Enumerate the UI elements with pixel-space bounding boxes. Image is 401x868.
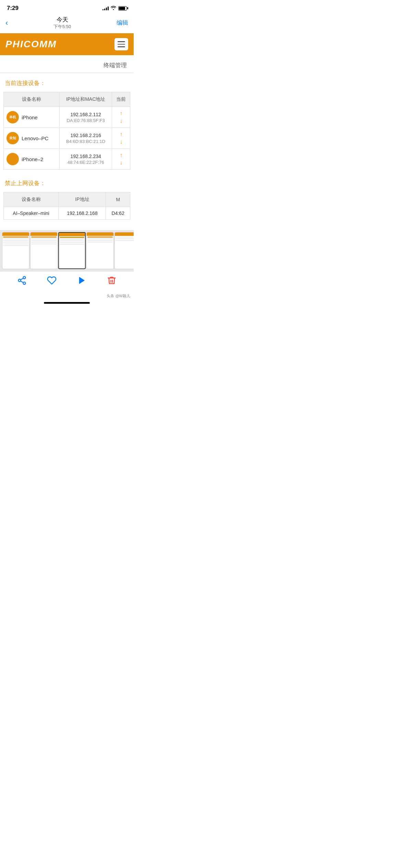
traffic-cell: ↑ ↓ bbox=[112, 107, 130, 128]
section-title-row: 终端管理 bbox=[0, 55, 134, 73]
connected-section: 当前连接设备： 设备名称 IP地址和MAC地址 当前 本机 bbox=[0, 73, 134, 173]
wifi-icon bbox=[111, 5, 116, 11]
connected-label: 当前连接设备： bbox=[3, 79, 130, 87]
col-header-ip-mac: IP地址和MAC地址 bbox=[59, 92, 112, 107]
table-row: AI–Speaker–mini 192.168.2.168 D4:62 bbox=[4, 207, 130, 220]
delete-button[interactable] bbox=[107, 276, 117, 285]
app-header: PHICOMM bbox=[0, 33, 134, 55]
col-header-name: 设备名称 bbox=[4, 92, 60, 107]
ip-mac-cell: 192.168.2.216 B4:6D:83:BC:21:1D bbox=[59, 128, 112, 149]
table-row: 本机 iPhone 192.168.2.112 DA:E0:76:88:5F:F… bbox=[4, 107, 130, 128]
app-logo: PHICOMM bbox=[5, 39, 57, 50]
status-bar: 7:29 bbox=[0, 0, 134, 14]
section-title: 终端管理 bbox=[104, 62, 127, 69]
connected-table: 设备名称 IP地址和MAC地址 当前 本机 iPhone bbox=[3, 92, 130, 170]
col-header-traffic: 当前 bbox=[112, 92, 130, 107]
watermark: 头条 @W颖儿 bbox=[0, 292, 134, 299]
play-button[interactable] bbox=[77, 276, 87, 285]
blocked-device-mac: D4:62 bbox=[106, 207, 130, 220]
device-badge-apple bbox=[7, 153, 19, 165]
thumbnail-strip bbox=[0, 230, 134, 271]
traffic-cell: ↑ ↓ bbox=[112, 128, 130, 149]
svg-marker-0 bbox=[79, 277, 85, 284]
thumbnail-3-active[interactable] bbox=[58, 232, 86, 269]
blocked-table: 设备名称 IP地址 M AI–Speaker–mini 192.168.2.16… bbox=[3, 192, 130, 220]
blocked-section: 禁止上网设备： 设备名称 IP地址 M AI–Speaker–mini 192.… bbox=[0, 173, 134, 223]
nav-bar: ‹ 今天 下午5:50 编辑 bbox=[0, 14, 134, 33]
home-indicator bbox=[0, 299, 134, 305]
col-header-blocked-mac: M bbox=[106, 192, 130, 207]
device-name-cell: 本机 iPhone bbox=[4, 107, 60, 128]
traffic-cell: ↑ ↓ bbox=[112, 149, 130, 170]
blocked-label: 禁止上网设备： bbox=[3, 179, 130, 187]
device-badge: 未知 bbox=[7, 132, 19, 144]
content: 终端管理 当前连接设备： 设备名称 IP地址和MAC地址 当前 本机 bbox=[0, 55, 134, 230]
signal-icon bbox=[102, 6, 109, 10]
blocked-device-name: AI–Speaker–mini bbox=[4, 207, 59, 220]
thumbnail-1[interactable] bbox=[2, 232, 29, 269]
thumbnail-4[interactable] bbox=[86, 232, 114, 269]
nav-center: 今天 下午5:50 bbox=[53, 16, 71, 30]
device-badge: 本机 bbox=[7, 111, 19, 123]
bottom-toolbar bbox=[0, 271, 134, 292]
home-bar bbox=[44, 302, 90, 304]
battery-icon bbox=[118, 6, 127, 11]
thumbnail-5[interactable] bbox=[114, 232, 134, 269]
menu-button[interactable] bbox=[114, 38, 128, 50]
table-row: 未知 Lenovo–PC 192.168.2.216 B4:6D:83:BC:2… bbox=[4, 128, 130, 149]
status-icons bbox=[102, 5, 127, 11]
blocked-device-ip: 192.168.2.168 bbox=[59, 207, 106, 220]
table-row: iPhone–2 192.168.2.234 48:74:6E:22:2F:76… bbox=[4, 149, 130, 170]
nav-subtitle: 下午5:50 bbox=[53, 24, 71, 30]
ip-mac-cell: 192.168.2.112 DA:E0:76:88:5F:F3 bbox=[59, 107, 112, 128]
device-name-cell: iPhone–2 bbox=[4, 149, 60, 170]
ip-mac-cell: 192.168.2.234 48:74:6E:22:2F:76 bbox=[59, 149, 112, 170]
col-header-blocked-ip: IP地址 bbox=[59, 192, 106, 207]
status-time: 7:29 bbox=[7, 5, 19, 12]
share-button[interactable] bbox=[17, 276, 27, 285]
back-button[interactable]: ‹ bbox=[5, 19, 8, 27]
thumbnail-2[interactable] bbox=[30, 232, 58, 269]
like-button[interactable] bbox=[47, 276, 57, 285]
edit-button[interactable]: 编辑 bbox=[117, 19, 128, 27]
device-name-cell: 未知 Lenovo–PC bbox=[4, 128, 60, 149]
col-header-blocked-name: 设备名称 bbox=[4, 192, 59, 207]
nav-title: 今天 bbox=[53, 16, 71, 24]
